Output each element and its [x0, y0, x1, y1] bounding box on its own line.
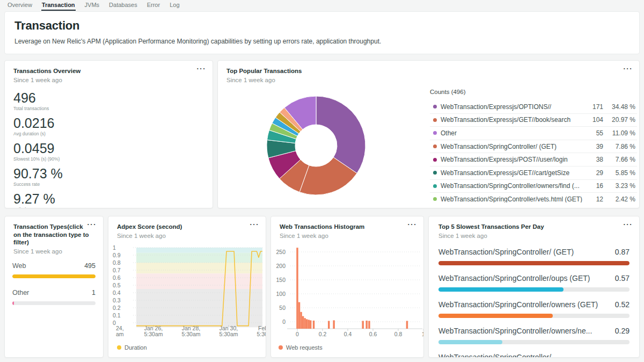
stat-block: 0.0216Avg duration (s) [13, 116, 204, 136]
tab-error[interactable]: Error [147, 0, 160, 11]
panel-menu-button[interactable]: ··· [250, 221, 260, 228]
legend-color-dot [433, 105, 437, 108]
panel-transactions-overview: Transactions Overview Since 1 week ago ·… [4, 60, 213, 208]
panel-title: Transaction Types(click on the transacti… [13, 223, 89, 247]
types-value: 495 [84, 262, 96, 270]
stat-block: 9.27 %Failed rate [13, 192, 204, 209]
legend-color-dot [433, 158, 437, 162]
legend-row[interactable]: WebTransaction/Expressjs/GET//cart/getSi… [430, 166, 637, 180]
donut-chart [261, 92, 371, 199]
svg-text:0: 0 [282, 318, 286, 325]
panel-menu-button[interactable]: ··· [197, 65, 207, 73]
slowest-label-row: WebTransaction/SpringController/oups (GE… [438, 274, 630, 283]
donut-slice-0[interactable] [316, 96, 365, 173]
legend-count: 55 [583, 129, 603, 137]
svg-text:0.8: 0.8 [113, 259, 121, 266]
svg-text:0.9: 0.9 [113, 252, 121, 258]
slowest-bar-track [438, 261, 630, 265]
legend-color-dot [433, 118, 437, 122]
legend-color-dot [433, 144, 437, 148]
legend-percent: 7.86 % [603, 143, 635, 150]
svg-text:0.1: 0.1 [113, 312, 121, 318]
panel-subtitle: Since 1 week ago [13, 248, 89, 255]
slowest-transaction-label: WebTransaction/SpringController/oups (GE… [438, 274, 590, 283]
legend-percent: 3.23 % [603, 182, 635, 190]
legend-count: 12 [583, 196, 603, 202]
legend-count: 39 [583, 143, 603, 150]
svg-text:0.2: 0.2 [319, 331, 327, 337]
legend-row[interactable]: WebTransaction/SpringController/ (GET)39… [430, 140, 637, 154]
slowest-label-row: WebTransaction/SpringController/owners/n… [438, 327, 630, 335]
slowest-transaction-label: WebTransaction/SpringController/ (GET) [438, 248, 574, 256]
svg-text:5:30am: 5:30am [144, 331, 163, 337]
slowest-transaction-label: WebTransaction/SpringController/... [438, 353, 558, 358]
overview-stats: 496Total transactions0.0216Avg duration … [5, 83, 213, 209]
legend-color-dot [433, 184, 437, 188]
slowest-bar-track [438, 287, 630, 292]
panel-title: Top Popular Transactions [226, 67, 623, 75]
legend-color-dot [433, 171, 437, 175]
slowest-bar-fill [438, 314, 553, 318]
legend-row[interactable]: WebTransaction/Expressjs/POST//user/logi… [430, 153, 637, 166]
types-label: Other [12, 289, 29, 296]
types-row-web[interactable]: Web495 [12, 262, 96, 278]
tab-jvms[interactable]: JVMs [84, 0, 100, 11]
svg-text:0.5: 0.5 [113, 282, 121, 288]
legend-row[interactable]: WebTransaction/Expressjs/GET//book/searc… [430, 114, 637, 127]
types-label-row: Other1 [12, 289, 96, 296]
tab-transaction[interactable]: Transaction [41, 0, 76, 11]
legend-percent: 34.48 % [603, 103, 635, 111]
svg-text:100: 100 [276, 291, 286, 297]
legend-row[interactable]: WebTransaction/SpringController/vets.htm… [430, 193, 637, 202]
types-bar-fill [12, 274, 96, 278]
stat-value: 0.0459 [13, 141, 204, 156]
tab-log[interactable]: Log [169, 0, 180, 11]
legend-transaction-name: WebTransaction/SpringController/vets.htm… [441, 196, 583, 202]
legend-title: Counts (496) [430, 89, 637, 95]
panel-subtitle: Since 1 week ago [438, 233, 623, 239]
slowest-value: 0.87 [615, 248, 630, 256]
tab-bar: OverviewTransactionJVMsDatabasesErrorLog [0, 0, 644, 11]
slowest-transaction-label: WebTransaction/SpringController/owners (… [438, 300, 598, 309]
legend-row[interactable]: WebTransaction/SpringController/owners/f… [430, 180, 637, 193]
types-row-other[interactable]: Other1 [12, 289, 96, 305]
legend-transaction-name: WebTransaction/SpringController/ (GET) [441, 143, 583, 150]
legend-transaction-name: WebTransaction/Expressjs/OPTIONS// [441, 103, 583, 111]
slowest-rows: WebTransaction/SpringController/ (GET)0.… [438, 248, 630, 358]
duration-legend-label: Duration [125, 344, 147, 351]
slowest-bar-fill [438, 287, 564, 292]
legend-count: 104 [583, 116, 603, 124]
panel-subtitle: Since 1 week ago [226, 77, 623, 83]
legend-transaction-name: WebTransaction/SpringController/owners/f… [441, 182, 583, 190]
panel-menu-button[interactable]: ··· [87, 221, 97, 228]
svg-text:5:30am: 5:30am [219, 331, 238, 337]
duration-legend-dot [117, 345, 121, 350]
legend-count: 16 [583, 182, 603, 190]
stat-label: Total transactions [13, 106, 204, 111]
panel-menu-button[interactable]: ··· [624, 65, 633, 73]
panel-head: Top 5 Slowest Transactions Per Day Since… [429, 216, 639, 239]
stat-label: Success rate [13, 182, 204, 187]
slowest-row-3: WebTransaction/SpringController/owners (… [438, 300, 630, 318]
svg-text:am: am [116, 331, 124, 337]
adpex-line-chart: 10.90.80.70.60.50.40.30.20.1024,amJan 26… [108, 216, 266, 358]
tab-overview[interactable]: Overview [7, 0, 33, 11]
legend-row[interactable]: Other5511.09 % [430, 127, 637, 140]
panel-title: Transactions Overview [13, 67, 196, 75]
slowest-row-4: WebTransaction/SpringController/owners/n… [438, 327, 630, 344]
types-label-row: Web495 [12, 262, 96, 270]
svg-text:0.2: 0.2 [113, 305, 121, 311]
panel-menu-button[interactable]: ··· [624, 221, 633, 228]
tab-databases[interactable]: Databases [108, 0, 138, 11]
panel-menu-button[interactable]: ··· [408, 221, 418, 228]
legend-color-dot [433, 131, 437, 135]
panel-head: Transactions Overview Since 1 week ago [5, 61, 213, 83]
legend-row[interactable]: WebTransaction/Expressjs/OPTIONS//17134.… [430, 100, 637, 114]
stat-label: Slowest 10% (s) (90%) [13, 156, 204, 162]
stat-value: 496 [13, 91, 204, 105]
svg-text:0.4: 0.4 [113, 289, 121, 296]
adpex-legend: Duration [117, 344, 147, 351]
svg-text:200: 200 [276, 263, 286, 269]
types-bar-fill [12, 301, 14, 305]
slowest-row-2: WebTransaction/SpringController/oups (GE… [438, 274, 630, 292]
